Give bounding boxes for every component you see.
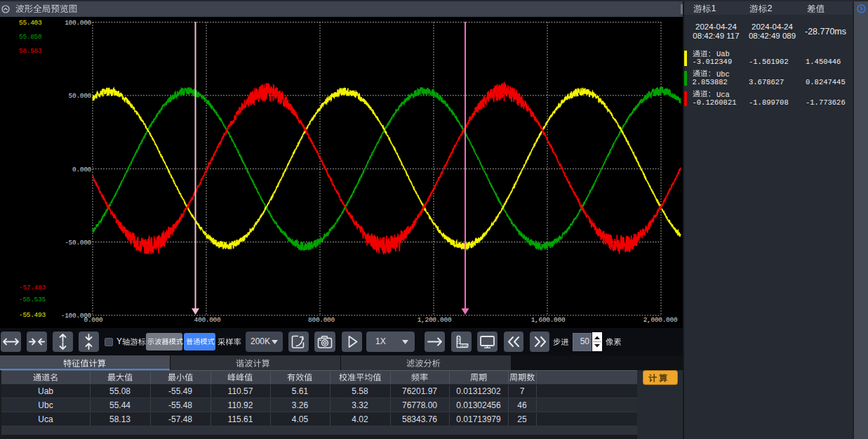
svg-text:0.000: 0.000 (84, 316, 103, 324)
svg-text:50.000: 50.000 (69, 92, 92, 100)
svg-text:-50.000: -50.000 (65, 239, 91, 247)
svg-text:55.403: 55.403 (19, 19, 42, 27)
svg-text:58.583: 58.583 (19, 47, 42, 55)
svg-text:1,600.000: 1,600.000 (531, 316, 566, 324)
svg-text:400.000: 400.000 (194, 316, 221, 324)
svg-text:2,000.000: 2,000.000 (643, 316, 678, 324)
svg-text:55.850: 55.850 (19, 33, 42, 41)
svg-text:800.000: 800.000 (308, 316, 335, 324)
svg-text:0.000: 0.000 (72, 166, 92, 173)
svg-text:-57.483: -57.483 (19, 284, 46, 291)
svg-text:-55.493: -55.493 (19, 311, 46, 319)
svg-text:1,200.000: 1,200.000 (418, 316, 452, 324)
svg-text:100.000: 100.000 (65, 19, 91, 27)
svg-text:-55.535: -55.535 (19, 296, 46, 303)
